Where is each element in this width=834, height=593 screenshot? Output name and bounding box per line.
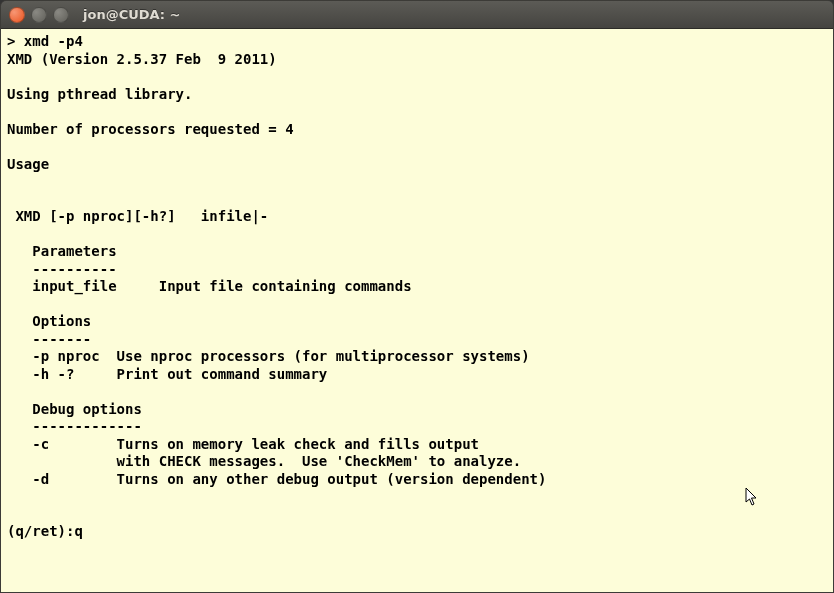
prompt: > (7, 33, 24, 49)
close-icon[interactable] (9, 7, 25, 23)
terminal-window: jon@CUDA: ~ > xmd -p4 XMD (Version 2.5.3… (0, 0, 834, 593)
output-line: -d Turns on any other debug output (vers… (7, 471, 546, 487)
window-controls (9, 7, 69, 23)
output-line: Number of processors requested = 4 (7, 121, 294, 137)
window-title: jon@CUDA: ~ (83, 7, 180, 22)
output-line: Usage (7, 156, 49, 172)
maximize-icon[interactable] (53, 7, 69, 23)
output-line: Parameters (7, 243, 117, 259)
output-line: Options (7, 313, 91, 329)
minimize-icon[interactable] (31, 7, 47, 23)
output-line: ------------- (7, 418, 142, 434)
output-line: XMD [-p nproc][-h?] infile|- (7, 208, 268, 224)
output-line: input_file Input file containing command… (7, 278, 412, 294)
mouse-cursor-icon (745, 487, 761, 507)
output-line: ------- (7, 331, 91, 347)
command-input: xmd -p4 (24, 33, 83, 49)
output-line: ---------- (7, 261, 117, 277)
window-titlebar[interactable]: jon@CUDA: ~ (1, 1, 833, 29)
pager-prompt: (q/ret):q (7, 523, 83, 539)
output-line: -h -? Print out command summary (7, 366, 327, 382)
output-line: with CHECK messages. Use 'CheckMem' to a… (7, 453, 521, 469)
output-line: -c Turns on memory leak check and fills … (7, 436, 479, 452)
output-line: Using pthread library. (7, 86, 192, 102)
output-line: XMD (Version 2.5.37 Feb 9 2011) (7, 51, 277, 67)
terminal-body[interactable]: > xmd -p4 XMD (Version 2.5.37 Feb 9 2011… (1, 29, 833, 592)
output-line: Debug options (7, 401, 142, 417)
output-line: -p nproc Use nproc processors (for multi… (7, 348, 530, 364)
